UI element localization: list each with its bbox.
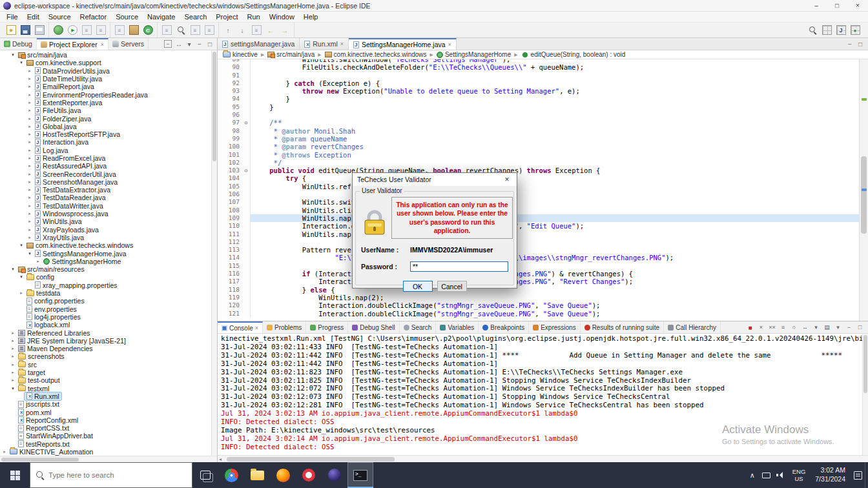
- maximize-editor-icon[interactable]: □: [855, 39, 865, 49]
- tree-horizontal-scrollbar[interactable]: [0, 456, 217, 462]
- tree-item[interactable]: ▸TestDataReader.java: [0, 194, 217, 201]
- menu-navigate[interactable]: Navigate: [143, 12, 180, 21]
- tree-item[interactable]: ▸SettingsManagerHome: [0, 258, 217, 265]
- tree-item[interactable]: ▸FolderZiper.java: [0, 114, 217, 122]
- tree-item[interactable]: ▸JRE System Library [JavaSE-21]: [0, 337, 217, 345]
- scroll-lock-icon[interactable]: ○: [789, 323, 799, 332]
- save-button[interactable]: [19, 24, 32, 37]
- minimize-button[interactable]: –: [806, 0, 827, 12]
- tree-item[interactable]: ▾SettingsManagerHome.java: [0, 249, 217, 257]
- menu-edit[interactable]: Edit: [23, 12, 44, 21]
- menu-help[interactable]: Help: [299, 12, 323, 21]
- tray-display-icon[interactable]: [760, 462, 774, 488]
- breadcrumb-item[interactable]: SettingsManagerHome: [435, 51, 512, 58]
- display-selected-console-icon[interactable]: ▤: [822, 323, 832, 332]
- print-button[interactable]: [33, 24, 46, 37]
- console-horizontal-scrollbar[interactable]: ◂: [218, 455, 868, 462]
- tree-vertical-scrollbar[interactable]: [211, 50, 217, 456]
- console-window-taskbar-icon[interactable]: [347, 462, 373, 488]
- tree-item[interactable]: ▾com.kinective.techecks.windows: [0, 241, 217, 249]
- chrome-taskbar-icon[interactable]: [218, 462, 244, 488]
- panel-tab-call-hierarchy[interactable]: Call Hierarchy: [664, 321, 721, 333]
- menu-project[interactable]: Project: [211, 12, 242, 21]
- expand-arrow-icon[interactable]: ▸: [10, 362, 16, 367]
- search-input[interactable]: [48, 471, 171, 479]
- tree-item[interactable]: ▸HostTestReportSFTP.java: [0, 130, 217, 138]
- tree-item[interactable]: ▾src/main/java: [0, 51, 217, 59]
- expand-arrow-icon[interactable]: ▸: [35, 259, 41, 264]
- editor-tab-settingsmanagerhome.java[interactable]: SettingsManagerHome.java×: [349, 38, 457, 50]
- panel-tab-results-of-running-suite[interactable]: Results of running suite: [581, 321, 665, 333]
- expand-arrow-icon[interactable]: ▸: [26, 163, 33, 168]
- expand-arrow-icon[interactable]: ▸: [26, 172, 33, 177]
- code-line[interactable]: 121 Interaction.doubleClickImage("stngMn…: [218, 310, 859, 318]
- ok-button[interactable]: OK: [403, 281, 433, 292]
- tree-item[interactable]: pom.xml: [0, 408, 217, 416]
- tree-item[interactable]: Run.xml: [0, 392, 217, 400]
- fold-minus-icon[interactable]: ⊖: [242, 119, 251, 127]
- expand-arrow-icon[interactable]: ▸: [26, 227, 33, 232]
- editor-tab-settingsmanager.java[interactable]: settingsManager.java: [218, 38, 300, 50]
- clear-console-icon[interactable]: ≡: [778, 323, 788, 332]
- expand-arrow-icon[interactable]: ▸: [26, 124, 33, 129]
- tree-item[interactable]: ▸target: [0, 369, 217, 376]
- tree-item[interactable]: ▸XrayPayloads.java: [0, 226, 217, 234]
- new-java-project-button[interactable]: [113, 24, 126, 37]
- word-wrap-icon[interactable]: ↔: [800, 323, 810, 332]
- code-line[interactable]: 117 Interaction.doubleClickImage("stngMn…: [218, 278, 859, 285]
- code-line[interactable]: 93 throw new Exception("Unable to delete…: [218, 87, 859, 95]
- expand-arrow-icon[interactable]: ▸: [26, 132, 33, 137]
- expand-arrow-icon[interactable]: ▸: [10, 330, 16, 336]
- dialog-titlebar[interactable]: TeChecks User Validator ×: [353, 173, 517, 186]
- panel-tab-console[interactable]: Console×: [218, 321, 263, 333]
- fold-minus-icon[interactable]: ⊖: [242, 167, 251, 174]
- sidebar-tab-project-explorer[interactable]: Project Explorer×: [37, 38, 108, 50]
- menu-source[interactable]: Source: [44, 12, 76, 21]
- tree-item[interactable]: ▸RestAssuredAPI.java: [0, 162, 217, 170]
- tree-item[interactable]: ▸Windowsprocess.java: [0, 210, 217, 218]
- panel-tab-debug-shell[interactable]: Debug Shell: [348, 321, 399, 333]
- tree-item[interactable]: ▸DateTimeUtility.java: [0, 75, 217, 83]
- open-type-button[interactable]: [160, 24, 173, 37]
- link-with-editor-icon[interactable]: ↔: [174, 39, 184, 49]
- search-button[interactable]: [174, 24, 187, 37]
- menu-window[interactable]: Window: [265, 12, 299, 21]
- breadcrumb-item[interactable]: src/main/java: [266, 51, 316, 58]
- debug-button[interactable]: [52, 24, 65, 37]
- expand-arrow-icon[interactable]: ▸: [10, 346, 16, 351]
- tree-item[interactable]: ▸Global.java: [0, 123, 217, 130]
- code-line[interactable]: 110 Interaction.doubleClickImage("stngMn…: [218, 222, 859, 230]
- menu-source[interactable]: Source: [111, 12, 143, 21]
- close-tab-icon[interactable]: ×: [340, 41, 344, 47]
- opera-taskbar-icon[interactable]: [296, 462, 322, 488]
- language-indicator[interactable]: ENG US: [788, 468, 811, 483]
- tree-item[interactable]: config.properties: [0, 297, 217, 305]
- code-line[interactable]: 106: [218, 190, 859, 198]
- panel-tab-progress[interactable]: Progress: [306, 321, 348, 333]
- task-view-taskbar-icon[interactable]: [192, 462, 218, 488]
- code-line[interactable]: 116 if (Interaction.checkImageExists("st…: [218, 270, 859, 278]
- view-menu-icon[interactable]: ▾: [184, 39, 194, 49]
- window-titlebar[interactable]: eclipse-workspace - kinective/src/main/j…: [0, 0, 868, 12]
- debug-perspective-button[interactable]: [849, 24, 862, 37]
- expand-arrow-icon[interactable]: ▾: [18, 243, 25, 248]
- password-input[interactable]: [410, 261, 508, 272]
- expand-arrow-icon[interactable]: ▸: [10, 354, 16, 359]
- expand-arrow-icon[interactable]: ▾: [10, 52, 16, 57]
- code-line[interactable]: 97⊖ /**: [218, 119, 859, 127]
- tree-item[interactable]: ▸screenshots: [0, 352, 217, 360]
- tree-item[interactable]: StartWinAppDriver.bat: [0, 432, 217, 440]
- code-line[interactable]: 104 try {: [218, 174, 859, 182]
- code-line[interactable]: 119 WinUtils.nap(2);: [218, 294, 859, 301]
- code-line[interactable]: 96: [218, 111, 859, 119]
- expand-arrow-icon[interactable]: ▸: [10, 338, 16, 343]
- breadcrumb-item[interactable]: editQueue(String, boolean) : void: [520, 51, 627, 59]
- code-line[interactable]: 102 */: [218, 159, 859, 167]
- expand-arrow-icon[interactable]: ▸: [26, 211, 33, 216]
- tree-item[interactable]: ▸DataProviderUtils.java: [0, 67, 217, 75]
- minimize-editor-icon[interactable]: −: [845, 39, 855, 49]
- code-line[interactable]: 99 * @param queueName: [218, 135, 859, 143]
- console-vertical-scrollbar[interactable]: [862, 334, 868, 455]
- panel-tab-problems[interactable]: Problems: [263, 321, 306, 333]
- close-tab-icon[interactable]: ×: [255, 325, 258, 331]
